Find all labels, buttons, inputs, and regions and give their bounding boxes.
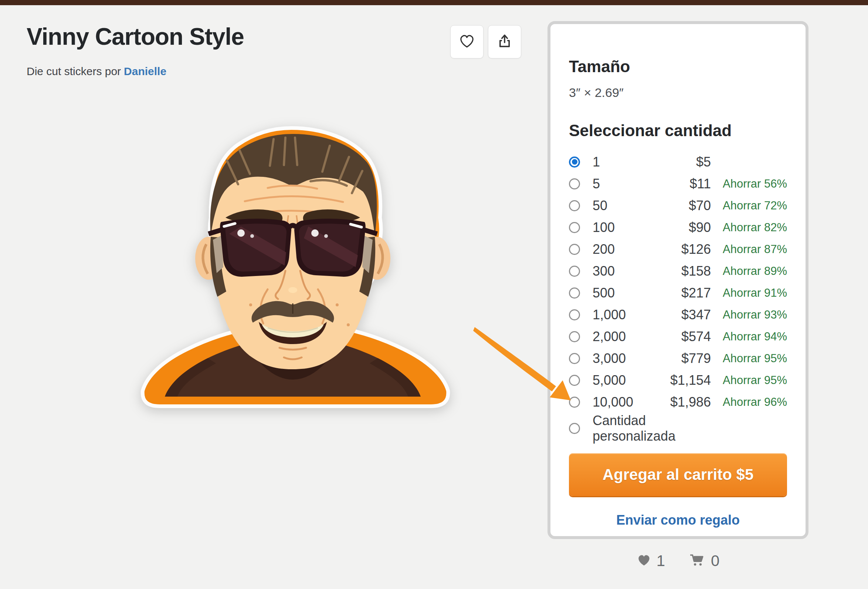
savings-label: Ahorrar 89%: [711, 265, 787, 278]
price-label: $347: [659, 307, 711, 323]
radio-button[interactable]: [569, 423, 580, 434]
savings-label: Ahorrar 87%: [711, 243, 787, 256]
heart-outline-icon: [459, 34, 475, 50]
price-label: $5: [659, 154, 711, 170]
quantity-option-row[interactable]: 5 $11 Ahorrar 56%: [569, 173, 787, 195]
price-label: $90: [659, 220, 711, 235]
radio-button[interactable]: [569, 287, 580, 299]
price-label: $70: [659, 198, 711, 213]
price-label: $158: [659, 263, 711, 279]
quantity-label: 1,000: [593, 307, 659, 323]
quantity-option-row[interactable]: 300 $158 Ahorrar 89%: [569, 260, 787, 282]
radio-button[interactable]: [569, 375, 580, 386]
price-label: $574: [659, 329, 711, 345]
product-subtitle: Die cut stickers porDanielle: [27, 65, 166, 78]
radio-button[interactable]: [569, 309, 580, 320]
radio-button[interactable]: [569, 200, 580, 211]
quantity-label: 50: [593, 198, 659, 213]
quantity-option-row[interactable]: 1,000 $347 Ahorrar 93%: [569, 304, 787, 326]
quantity-label: 2,000: [593, 329, 659, 345]
quantity-label: 500: [593, 285, 659, 301]
quantity-option-row[interactable]: 5,000 $1,154 Ahorrar 95%: [569, 369, 787, 391]
cart-icon: [689, 553, 706, 569]
quantity-option-row[interactable]: 200 $126 Ahorrar 87%: [569, 238, 787, 260]
artist-link[interactable]: Danielle: [124, 65, 166, 77]
cart-count: 0: [711, 552, 719, 570]
top-accent-bar: [0, 0, 868, 5]
savings-label: Ahorrar 56%: [711, 177, 787, 191]
cart-counter[interactable]: 0: [689, 552, 719, 570]
radio-button[interactable]: [569, 397, 580, 408]
quantity-label: 10,000: [593, 394, 659, 410]
quantity-option-row[interactable]: Cantidad personalizada: [569, 413, 787, 435]
price-label: $126: [659, 241, 711, 257]
quantity-label: 5: [593, 176, 659, 192]
quantity-option-row[interactable]: 2,000 $574 Ahorrar 94%: [569, 326, 787, 348]
quantity-option-row[interactable]: 1 $5: [569, 151, 787, 173]
quantity-heading: Seleccionar cantidad: [569, 121, 787, 140]
savings-label: Ahorrar 95%: [711, 374, 787, 387]
quantity-label: 200: [593, 241, 659, 257]
product-image-die-cut-sticker: [130, 122, 455, 409]
footer-counters: 1 0: [548, 552, 809, 570]
page-title: Vinny Cartoon Style: [27, 23, 244, 50]
quantity-option-row[interactable]: 3,000 $779 Ahorrar 95%: [569, 348, 787, 369]
quantity-label: 5,000: [593, 373, 659, 388]
subtitle-text: Die cut stickers por: [27, 65, 121, 77]
send-as-gift-link[interactable]: Enviar como regalo: [569, 512, 787, 528]
quantity-label: Cantidad personalizada: [593, 413, 659, 444]
savings-label: Ahorrar 94%: [711, 330, 787, 343]
share-button[interactable]: [488, 25, 521, 58]
quantity-options-list: 1 $5 5 $11 Ahorrar 56% 50 $70 Ahorrar 72…: [569, 151, 787, 435]
size-value: 3″ × 2.69″: [569, 86, 787, 100]
savings-label: Ahorrar 95%: [711, 352, 787, 365]
savings-label: Ahorrar 93%: [711, 308, 787, 321]
quantity-option-row[interactable]: 500 $217 Ahorrar 91%: [569, 282, 787, 304]
savings-label: Ahorrar 82%: [711, 221, 787, 234]
heart-filled-icon: [636, 553, 651, 568]
price-label: $1,154: [659, 373, 711, 388]
price-label: $779: [659, 351, 711, 366]
savings-label: Ahorrar 96%: [711, 395, 787, 409]
savings-label: Ahorrar 91%: [711, 286, 787, 300]
radio-button[interactable]: [569, 178, 580, 189]
savings-label: Ahorrar 72%: [711, 199, 787, 212]
add-to-cart-button[interactable]: Agregar al carrito $5: [569, 453, 787, 496]
sticker-illustration: [130, 122, 455, 409]
radio-button[interactable]: [569, 353, 580, 364]
favorite-button[interactable]: [450, 25, 484, 58]
radio-button[interactable]: [569, 222, 580, 233]
radio-button[interactable]: [569, 157, 580, 167]
quantity-option-row[interactable]: 10,000 $1,986 Ahorrar 96%: [569, 391, 787, 413]
size-heading: Tamaño: [569, 57, 787, 76]
quantity-label: 300: [593, 263, 659, 279]
likes-count: 1: [657, 552, 665, 570]
quantity-label: 3,000: [593, 351, 659, 366]
likes-counter[interactable]: 1: [636, 552, 665, 570]
price-label: $217: [659, 285, 711, 301]
radio-button[interactable]: [569, 331, 580, 342]
quantity-option-row[interactable]: 100 $90 Ahorrar 82%: [569, 216, 787, 238]
radio-button[interactable]: [569, 266, 580, 277]
quantity-label: 100: [593, 220, 659, 235]
quantity-label: 1: [593, 154, 659, 170]
price-label: $1,986: [659, 394, 711, 410]
price-label: $11: [659, 176, 711, 192]
quantity-option-row[interactable]: 50 $70 Ahorrar 72%: [569, 195, 787, 216]
upload-icon: [496, 33, 513, 51]
purchase-panel: Tamaño 3″ × 2.69″ Seleccionar cantidad 1…: [548, 21, 809, 539]
radio-button[interactable]: [569, 244, 580, 255]
